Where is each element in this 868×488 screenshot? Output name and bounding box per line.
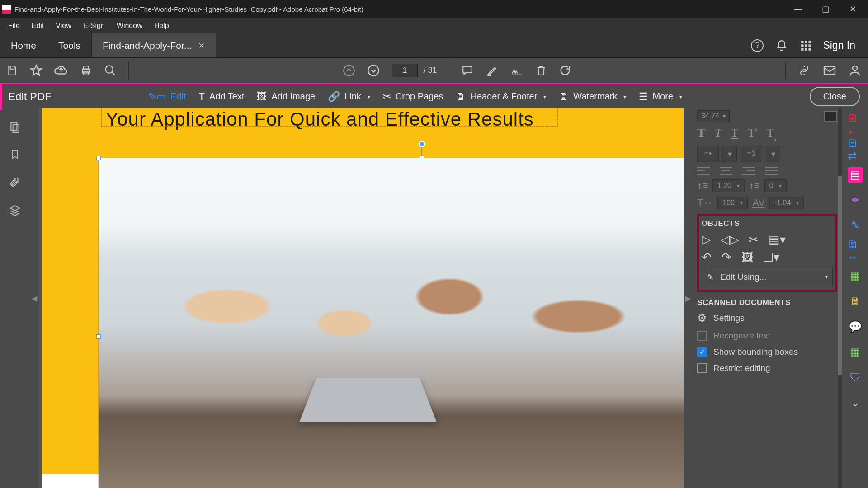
sign-in-link[interactable]: Sign In <box>823 39 855 52</box>
thumbnails-icon[interactable] <box>9 121 21 133</box>
edit-pdf-tool-icon[interactable]: ▤ <box>848 167 863 183</box>
page-down-icon[interactable] <box>367 64 380 77</box>
menu-edit[interactable]: Edit <box>26 19 50 33</box>
bold-icon[interactable]: T <box>697 126 706 141</box>
compress-icon[interactable]: 🗎 <box>848 294 863 309</box>
crop-object-icon[interactable]: ✂ <box>749 233 759 247</box>
create-pdf-icon[interactable]: 🗎₊ <box>848 117 863 132</box>
replace-image-icon[interactable]: 🖼 <box>741 250 753 264</box>
add-text-button[interactable]: TAdd Text <box>193 87 251 106</box>
search-icon[interactable] <box>104 64 117 77</box>
page-up-icon[interactable] <box>343 64 355 77</box>
align-justify-icon[interactable] <box>765 167 778 175</box>
align-center-icon[interactable] <box>720 167 732 175</box>
close-window-button[interactable]: ✕ <box>839 0 866 18</box>
help-icon[interactable]: ? <box>750 38 765 53</box>
rotate-icon[interactable] <box>559 64 571 77</box>
account-icon[interactable] <box>848 64 862 77</box>
menu-file[interactable]: File <box>3 19 25 33</box>
organize-pages-icon[interactable]: 🗎↔ <box>848 243 863 258</box>
fill-sign-icon[interactable]: ✎ <box>848 218 863 233</box>
notifications-icon[interactable] <box>774 38 789 53</box>
tab-tools[interactable]: Tools <box>47 33 92 57</box>
collapse-left-button[interactable]: ◀ <box>30 108 39 488</box>
edit-using-dropdown[interactable]: ✎ Edit Using... ▾ <box>702 268 833 286</box>
scan-ocr-icon[interactable]: ▦ <box>848 344 863 360</box>
tab-close-icon[interactable]: ✕ <box>198 41 205 51</box>
line-spacing-field[interactable]: 1.20▾ <box>712 179 745 192</box>
numbered-list-dropdown[interactable]: ▾ <box>766 146 780 162</box>
tab-home[interactable]: Home <box>0 33 47 57</box>
rotate-ccw-icon[interactable]: ↶ <box>702 250 712 264</box>
bookmarks-icon[interactable] <box>10 148 20 161</box>
bullet-list-dropdown[interactable]: ▾ <box>722 146 737 162</box>
subscript-icon[interactable]: T₁ <box>766 126 777 141</box>
underline-icon[interactable]: T <box>731 126 738 141</box>
link-button[interactable]: 🔗Link▾ <box>321 87 377 106</box>
minimize-button[interactable]: — <box>785 0 812 18</box>
recognize-text-checkbox[interactable] <box>697 331 707 341</box>
resize-handle-w[interactable] <box>96 334 101 339</box>
export-pdf-icon[interactable]: 🗎⇄ <box>848 142 863 157</box>
email-icon[interactable] <box>823 65 836 76</box>
request-signatures-icon[interactable]: ✒ <box>848 192 863 208</box>
maximize-button[interactable]: ▢ <box>812 0 839 18</box>
hscale-field[interactable]: 100▾ <box>717 197 748 209</box>
delete-icon[interactable] <box>535 64 547 77</box>
resize-handle-n[interactable] <box>420 156 424 160</box>
rotate-handle[interactable] <box>419 141 425 147</box>
rotate-cw-icon[interactable]: ↷ <box>722 250 731 264</box>
add-image-button[interactable]: 🖼Add Image <box>250 87 321 106</box>
font-size-field[interactable]: 34.74▾ <box>697 110 730 122</box>
sign-icon[interactable] <box>510 65 524 76</box>
protect-icon[interactable]: 🛡 <box>848 370 863 385</box>
scanned-settings-button[interactable]: ⚙ Settings <box>697 312 837 324</box>
superscript-icon[interactable]: T¹ <box>747 126 757 141</box>
star-icon[interactable] <box>30 64 42 77</box>
restrict-editing-checkbox[interactable] <box>697 363 707 373</box>
italic-icon[interactable]: T <box>715 126 722 141</box>
header-footer-button[interactable]: 🗎Header & Footer▾ <box>449 87 552 106</box>
attachments-icon[interactable] <box>9 176 20 189</box>
arrange-icon[interactable]: ❏▾ <box>763 250 779 264</box>
panel-scrollbar[interactable] <box>838 108 842 488</box>
print-icon[interactable] <box>80 65 92 76</box>
combine-files-icon[interactable]: ▦ <box>848 268 863 284</box>
menu-esign[interactable]: E-Sign <box>78 19 110 33</box>
color-swatch[interactable] <box>824 111 837 122</box>
selected-image-object[interactable] <box>99 158 684 488</box>
watermark-button[interactable]: 🗎Watermark▾ <box>552 87 632 106</box>
flip-vertical-icon[interactable]: ◁▷ <box>721 233 739 247</box>
numbered-list-icon[interactable]: ≡1 <box>741 146 762 162</box>
show-bounding-boxes-checkbox[interactable]: ✓ <box>697 347 707 357</box>
more-button[interactable]: ☰More▾ <box>632 87 689 106</box>
layers-icon[interactable] <box>9 204 21 216</box>
flip-horizontal-icon[interactable]: ▷ <box>702 233 711 247</box>
menu-window[interactable]: Window <box>111 19 148 33</box>
align-objects-icon[interactable]: ▤▾ <box>769 233 786 247</box>
edit-button[interactable]: ✎▭Edit <box>142 87 192 106</box>
scrollbar-thumb[interactable] <box>838 176 842 375</box>
close-editpdf-button[interactable]: Close <box>810 87 860 106</box>
menu-view[interactable]: View <box>50 19 76 33</box>
document-canvas[interactable]: Your Application For Quick and Effective… <box>39 108 684 488</box>
resize-handle-nw[interactable] <box>96 156 101 160</box>
save-icon[interactable] <box>6 65 18 76</box>
highlight-icon[interactable] <box>486 65 498 76</box>
page-number-input[interactable] <box>392 64 418 77</box>
align-left-icon[interactable] <box>697 167 710 175</box>
collapse-right-button[interactable]: ▶ <box>684 108 693 488</box>
tracking-field[interactable]: -1.04▾ <box>769 197 804 209</box>
menu-help[interactable]: Help <box>149 19 175 33</box>
crop-pages-button[interactable]: ✂Crop Pages <box>377 87 450 106</box>
tab-document[interactable]: Find-and-Apply-For... ✕ <box>92 33 216 57</box>
share-link-icon[interactable] <box>797 65 811 76</box>
apps-grid-icon[interactable] <box>798 38 814 53</box>
more-tools-chevron-icon[interactable]: ⌄ <box>848 395 863 410</box>
bullet-list-icon[interactable]: ≡• <box>697 146 719 162</box>
comment-icon[interactable] <box>461 65 474 76</box>
align-right-icon[interactable] <box>742 167 755 175</box>
cloud-upload-icon[interactable] <box>54 65 68 76</box>
space-before-field[interactable]: 0▾ <box>764 179 787 192</box>
comment-tool-icon[interactable]: 💬 <box>848 319 863 334</box>
